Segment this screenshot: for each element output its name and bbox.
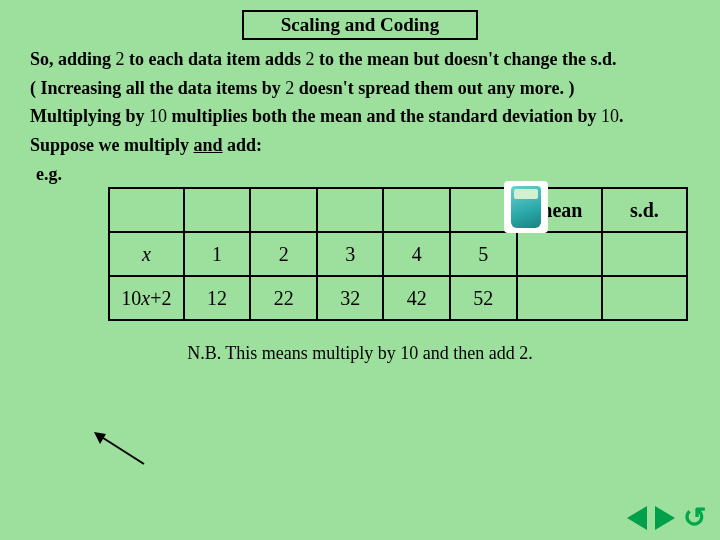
number: 2: [285, 78, 294, 98]
example-label: e.g.: [36, 164, 690, 185]
cell: 22: [250, 276, 317, 320]
text: So, adding: [30, 49, 116, 69]
text: Suppose we multiply: [30, 135, 194, 155]
cell: 3: [317, 232, 384, 276]
header-cell: [109, 188, 184, 232]
header-cell: [184, 188, 251, 232]
return-icon[interactable]: ↺: [683, 504, 706, 532]
row-label-10x2: 10x+2: [109, 276, 184, 320]
text: .: [619, 106, 624, 126]
text: ( Increasing all the data items by: [30, 78, 285, 98]
cell: 1: [184, 232, 251, 276]
para-spread: ( Increasing all the data items by 2 doe…: [30, 77, 690, 100]
number: 2: [306, 49, 315, 69]
text-underlined: and: [194, 135, 223, 155]
svg-line-0: [100, 436, 144, 464]
number: 10: [400, 343, 418, 363]
page-title: Scaling and Coding: [242, 10, 478, 40]
data-table: mean s.d. x 1 2 3 4 5 10x+2 12 22 32 42 …: [108, 187, 688, 321]
text: add:: [223, 135, 263, 155]
text: to the mean but doesn't change the s.d.: [315, 49, 617, 69]
cell: 42: [383, 276, 450, 320]
pointer-arrow-icon: [94, 432, 146, 466]
text: and then add: [418, 343, 519, 363]
row-label-x: x: [109, 232, 184, 276]
number: 2: [116, 49, 125, 69]
header-cell: [383, 188, 450, 232]
cell-mean: [517, 232, 602, 276]
cell: 4: [383, 232, 450, 276]
header-cell: [250, 188, 317, 232]
para-suppose: Suppose we multiply and add:: [30, 134, 690, 157]
cell-mean: [517, 276, 602, 320]
svg-marker-1: [94, 432, 106, 444]
next-icon[interactable]: [655, 506, 675, 530]
text: multiplies both the mean and the standar…: [167, 106, 601, 126]
number: 2: [519, 343, 528, 363]
text: .: [528, 343, 533, 363]
nav-controls: ↺: [627, 504, 706, 532]
data-table-wrap: mean s.d. x 1 2 3 4 5 10x+2 12 22 32 42 …: [108, 187, 690, 321]
cell-sd: [602, 232, 687, 276]
prev-icon[interactable]: [627, 506, 647, 530]
footnote: N.B. This means multiply by 10 and then …: [30, 343, 690, 364]
header-sd: s.d.: [602, 188, 687, 232]
text: to each data item adds: [125, 49, 306, 69]
number: 10: [149, 106, 167, 126]
para-add-mean: So, adding 2 to each data item adds 2 to…: [30, 48, 690, 71]
text: doesn't spread them out any more. ): [294, 78, 574, 98]
table-row: x 1 2 3 4 5: [109, 232, 687, 276]
cell-sd: [602, 276, 687, 320]
calculator-icon: [504, 181, 548, 233]
para-multiply: Multiplying by 10 multiplies both the me…: [30, 105, 690, 128]
text: Multiplying by: [30, 106, 149, 126]
table-header-row: mean s.d.: [109, 188, 687, 232]
number: 10: [601, 106, 619, 126]
cell: 52: [450, 276, 517, 320]
slide-content: So, adding 2 to each data item adds 2 to…: [0, 48, 720, 364]
header-cell: [317, 188, 384, 232]
table-row: 10x+2 12 22 32 42 52: [109, 276, 687, 320]
cell: 5: [450, 232, 517, 276]
text: N.B. This means multiply by: [187, 343, 400, 363]
cell: 32: [317, 276, 384, 320]
cell: 12: [184, 276, 251, 320]
cell: 2: [250, 232, 317, 276]
